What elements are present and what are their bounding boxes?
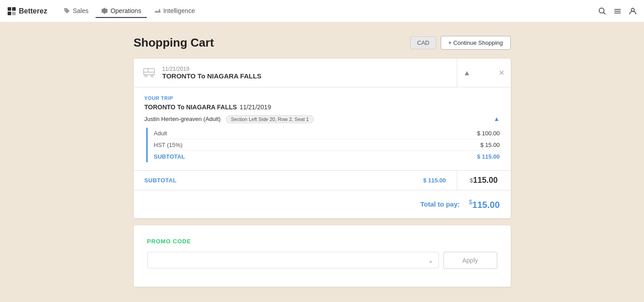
page-header: Shopping Cart CAD + Continue Shopping	[134, 36, 511, 50]
trip-header-actions: ▲ ✕	[457, 59, 511, 87]
svg-line-5	[604, 12, 606, 14]
total-value: 115.00	[472, 200, 499, 210]
trip-info: 11/21/2019 TORONTO To NIAGARA FALLS	[162, 66, 262, 80]
svg-rect-1	[12, 7, 16, 11]
trip-date: 11/21/2019	[162, 66, 262, 72]
tag-icon	[63, 7, 70, 14]
side-dollar: $	[470, 177, 473, 184]
promo-select[interactable]	[147, 252, 439, 268]
total-row: Total to pay: $115.00	[134, 190, 511, 218]
chart-icon	[154, 7, 161, 14]
nav-links: Sales Operations Intelligence	[58, 4, 598, 18]
promo-label: PROMO CODE	[147, 238, 497, 245]
nav-label-sales: Sales	[73, 7, 88, 14]
side-amount: 115.00	[473, 176, 498, 185]
nav-item-operations[interactable]: Operations	[96, 4, 146, 18]
main-content: Shopping Cart CAD + Continue Shopping	[134, 22, 511, 300]
line-item-adult-amount: $ 100.00	[477, 130, 500, 137]
line-items: Adult $ 100.00 HST (15%) $ 15.00 SUBTOTA…	[146, 128, 500, 162]
gear-icon	[101, 7, 108, 14]
nav-label-operations: Operations	[110, 7, 141, 14]
line-item-adult: Adult $ 100.00	[154, 128, 500, 139]
continue-shopping-button[interactable]: + Continue Shopping	[441, 36, 511, 50]
remove-trip-icon[interactable]: ✕	[499, 69, 504, 77]
trip-header-main: 11/21/2019 TORONTO To NIAGARA FALLS	[134, 59, 457, 87]
promo-select-wrap: ⌄	[147, 252, 439, 268]
line-item-hst-label: HST (15%)	[154, 142, 183, 148]
trip-body: YOUR TRIP TORONTO To NIAGARA FALLS11/21/…	[134, 87, 511, 171]
trip-name: TORONTO To NIAGARA FALLS	[162, 72, 262, 80]
navbar-right	[598, 7, 637, 15]
brand-logo[interactable]: Betterez	[7, 7, 47, 16]
svg-rect-3	[12, 12, 16, 15]
passenger-collapse-icon[interactable]: ▲	[494, 115, 500, 122]
line-item-hst-amount: $ 15.00	[480, 142, 499, 148]
menu-icon[interactable]	[613, 7, 622, 15]
nav-label-intelligence: Intelligence	[163, 7, 195, 14]
collapse-icon[interactable]: ▲	[464, 69, 471, 77]
subtotal-amount: $ 115.00	[477, 153, 500, 160]
svg-point-12	[151, 75, 153, 77]
cart-card: 11/21/2019 TORONTO To NIAGARA FALLS ▲ ✕ …	[134, 59, 511, 218]
svg-point-4	[599, 8, 604, 13]
line-item-subtotal: SUBTOTAL $ 115.00	[154, 151, 500, 162]
outer-subtotal-label: SUBTOTAL	[145, 177, 177, 184]
navbar: Betterez Sales Operations Intelligence	[0, 0, 644, 22]
svg-rect-0	[8, 7, 11, 11]
svg-rect-10	[144, 69, 154, 75]
total-amount: $115.00	[469, 198, 500, 210]
passenger-row: Justin Herten-greaven (Adult) Section Le…	[145, 115, 500, 122]
user-icon[interactable]	[629, 7, 637, 15]
outer-subtotal-side: $115.00	[457, 171, 511, 190]
trip-route: TORONTO To NIAGARA FALLS11/21/2019	[145, 104, 500, 111]
outer-subtotal-amount: $ 115.00	[423, 177, 446, 184]
apply-button[interactable]: Apply	[443, 252, 497, 269]
brand-icon	[7, 7, 16, 16]
trip-details: YOUR TRIP TORONTO To NIAGARA FALLS11/21/…	[134, 87, 511, 170]
passenger-type: (Adult)	[203, 116, 220, 122]
seat-badge: Section Left Side 20, Row 2, Seat 1	[226, 115, 314, 123]
passenger-name: Justin Herten-greaven	[145, 116, 202, 122]
subtotal-label: SUBTOTAL	[154, 153, 185, 160]
header-actions: CAD + Continue Shopping	[410, 36, 510, 50]
outer-subtotal-main: SUBTOTAL $ 115.00	[134, 171, 457, 190]
svg-point-11	[145, 75, 147, 77]
page-title: Shopping Cart	[134, 36, 214, 50]
currency-badge: CAD	[410, 36, 436, 49]
promo-card: PROMO CODE ⌄ Apply	[134, 225, 511, 287]
brand-name: Betterez	[19, 7, 47, 15]
promo-row: ⌄ Apply	[147, 252, 497, 269]
your-trip-label: YOUR TRIP	[145, 95, 500, 101]
line-item-adult-label: Adult	[154, 130, 167, 137]
line-item-hst: HST (15%) $ 15.00	[154, 139, 500, 151]
trip-header: 11/21/2019 TORONTO To NIAGARA FALLS ▲ ✕	[134, 59, 511, 87]
search-icon[interactable]	[598, 7, 606, 15]
nav-item-intelligence[interactable]: Intelligence	[149, 4, 201, 18]
outer-subtotal-row: SUBTOTAL $ 115.00 $115.00	[134, 171, 511, 190]
nav-item-sales[interactable]: Sales	[58, 4, 94, 18]
bus-icon	[142, 65, 156, 81]
total-label: Total to pay:	[420, 200, 460, 208]
svg-rect-2	[8, 12, 11, 15]
passenger-info: Justin Herten-greaven (Adult) Section Le…	[145, 115, 314, 122]
